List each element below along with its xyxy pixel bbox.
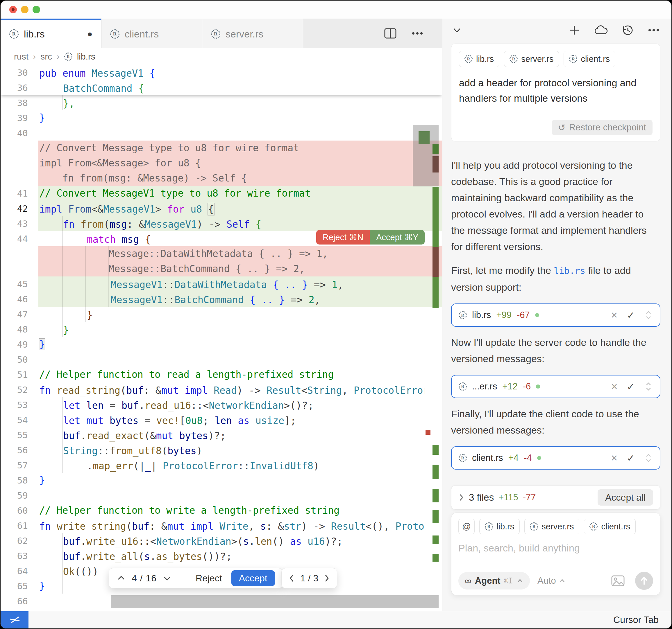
changes-summary-bar[interactable]: 3 files +115 -77 Accept all (451, 485, 661, 510)
image-icon[interactable] (611, 575, 625, 587)
code-row[interactable]: Message::BatchCommand { .. } => 2, (1, 261, 442, 276)
tab-bar-actions (303, 19, 442, 48)
more-icon[interactable] (647, 24, 661, 36)
code-row[interactable]: fn from(msg: &Message) -> Self { (1, 171, 442, 186)
remote-icon[interactable]: >< (1, 611, 28, 629)
prev-diff-icon[interactable] (117, 574, 126, 582)
code-row[interactable]: 40 (1, 125, 442, 141)
reject-all-button[interactable]: Reject (194, 573, 224, 584)
file-diff-card-client-rs[interactable]: R client.rs +4 -4 × ✓ (451, 446, 661, 470)
breadcrumb-item[interactable]: rust (14, 52, 28, 61)
check-icon[interactable]: ✓ (627, 452, 635, 464)
editor-scrollbar[interactable] (413, 125, 439, 186)
minimize-window-button[interactable] (21, 6, 28, 14)
code-row[interactable]: 54 let mut bytes = vec![0u8; len as usiz… (1, 412, 442, 427)
breadcrumb[interactable]: rust › src › R lib.rs (1, 48, 442, 65)
code-row[interactable]: 51// Helper function to read a length-pr… (1, 367, 442, 382)
code-row[interactable]: 39} (1, 110, 442, 125)
breadcrumb-file[interactable]: lib.rs (77, 52, 95, 61)
expand-icon[interactable] (644, 309, 653, 321)
code-row[interactable]: 56 String::from_utf8(bytes) (1, 443, 442, 458)
composer-chip-server-rs[interactable]: Rserver.rs (524, 519, 579, 534)
code-row[interactable]: 38 }, (1, 95, 442, 110)
line-number: 48 (1, 322, 39, 337)
code-row[interactable]: 50 (1, 352, 442, 367)
cloud-icon[interactable] (594, 24, 608, 36)
file-diff-card-server-rs[interactable]: R ...er.rs +12 -6 × ✓ (451, 375, 661, 398)
breadcrumb-item[interactable]: src (41, 52, 52, 61)
code-row[interactable]: 60// Helper function to write a length-p… (1, 503, 442, 518)
tab-server-rs[interactable]: R server.rs (202, 19, 303, 48)
code-row[interactable]: 62 buf.write_u16::<NetworkEndian>(s.len(… (1, 533, 442, 548)
prev-file-icon[interactable] (289, 574, 295, 583)
code-row[interactable]: 53 let len = buf.read_u16::<NetworkEndia… (1, 397, 442, 412)
restore-checkpoint-button[interactable]: ↺ Restore checkpoint (552, 120, 652, 135)
zoom-window-button[interactable] (32, 6, 40, 14)
code-row[interactable]: 55 buf.read_exact(&mut bytes)?; (1, 427, 442, 443)
context-chip-client-rs[interactable]: Rclient.rs (563, 51, 615, 67)
accept-all-button[interactable]: Accept (231, 570, 275, 586)
composer-chip-client-rs[interactable]: Rclient.rs (584, 519, 636, 534)
code-row[interactable]: 45 MessageV1::DataWithMetadata { .. } =>… (1, 276, 442, 292)
expand-icon[interactable] (644, 452, 653, 463)
chat-composer[interactable]: @ Rlib.rs Rserver.rs Rclient.rs Plan, se… (451, 512, 661, 595)
mode-selector[interactable]: ∞ Agent ⌘I (458, 572, 530, 589)
chip-label: lib.rs (476, 54, 494, 64)
code-row[interactable]: 47 } (1, 307, 442, 322)
new-chat-icon[interactable] (568, 24, 581, 36)
code-row[interactable]: 57 .map_err(|_| ProtocolError::InvalidUt… (1, 458, 442, 473)
model-label: Auto (537, 576, 556, 586)
composer-input[interactable]: Plan, search, build anything (458, 543, 653, 554)
code-row[interactable]: 43 fn from(msg: &MessageV1) -> Self { (1, 216, 442, 231)
chevron-down-icon[interactable] (451, 24, 463, 36)
code-row[interactable]: 63 buf.write_all(s.as_bytes())?; (1, 548, 442, 563)
more-actions-icon[interactable] (411, 27, 424, 40)
code-row[interactable]: impl From<&Message> for u8 { (1, 156, 442, 171)
close-icon[interactable]: × (611, 309, 617, 321)
unsaved-dot-icon: ● (87, 29, 92, 39)
file-diff-card-lib-rs[interactable]: R lib.rs +99 -67 × ✓ (451, 303, 661, 327)
code-row[interactable]: 61fn write_string(buf: &mut impl Write, … (1, 518, 442, 533)
accept-hunk-button[interactable]: Accept ⌘Y (370, 230, 425, 245)
add-context-button[interactable]: @ (458, 519, 475, 534)
rust-file-icon: R (509, 55, 518, 63)
assistant-paragraph: I'll help you add protocol versioning to… (451, 157, 649, 255)
code-row[interactable]: 48 } (1, 322, 442, 337)
code-row[interactable]: 36 BatchCommand { (1, 80, 442, 95)
close-icon[interactable]: × (611, 381, 617, 392)
model-selector[interactable]: Auto (537, 576, 565, 586)
next-file-icon[interactable] (323, 574, 330, 583)
close-icon[interactable]: × (611, 452, 617, 463)
code-row[interactable]: 58} (1, 473, 442, 488)
code-row[interactable]: 59 (1, 488, 442, 503)
code-row[interactable]: 52fn read_string(buf: &mut impl Read) ->… (1, 382, 442, 397)
reject-hunk-button[interactable]: Reject ⌘N (316, 230, 370, 245)
composer-chip-lib-rs[interactable]: Rlib.rs (479, 519, 520, 534)
accept-all-files-button[interactable]: Accept all (598, 489, 653, 506)
history-icon[interactable] (621, 24, 634, 36)
code-row[interactable]: 67impl Message { (1, 609, 442, 611)
context-chip-lib-rs[interactable]: Rlib.rs (459, 51, 499, 67)
tab-label: server.rs (225, 28, 263, 40)
code-row[interactable]: // Convert Message type to u8 for wire f… (1, 141, 442, 156)
split-editor-icon[interactable] (383, 27, 397, 40)
code-row[interactable]: 41// Convert MessageV1 type to u8 for wi… (1, 186, 442, 201)
line-number: 39 (1, 110, 39, 125)
line-number: 44 (1, 231, 39, 246)
tab-lib-rs[interactable]: R lib.rs ● (1, 19, 101, 48)
next-diff-icon[interactable] (163, 574, 172, 582)
tab-client-rs[interactable]: R client.rs (101, 19, 202, 48)
code-row[interactable]: 46 MessageV1::BatchCommand { .. } => 2, (1, 292, 442, 307)
chevron-right-icon (458, 493, 464, 502)
code-row[interactable]: 30pub enum MessageV1 { (1, 65, 442, 80)
send-icon[interactable] (635, 572, 653, 590)
cursor-tab-status[interactable]: Cursor Tab (613, 614, 671, 625)
check-icon[interactable]: ✓ (627, 309, 635, 321)
check-icon[interactable]: ✓ (627, 381, 635, 392)
code-row[interactable]: Message::DataWithMetadata { .. } => 1, (1, 246, 442, 261)
expand-icon[interactable] (644, 381, 653, 392)
code-row[interactable]: 49} (1, 337, 442, 352)
close-window-button[interactable] (9, 6, 17, 14)
code-row[interactable]: 42impl From<&MessageV1> for u8 { (1, 201, 442, 216)
context-chip-server-rs[interactable]: Rserver.rs (504, 51, 559, 67)
